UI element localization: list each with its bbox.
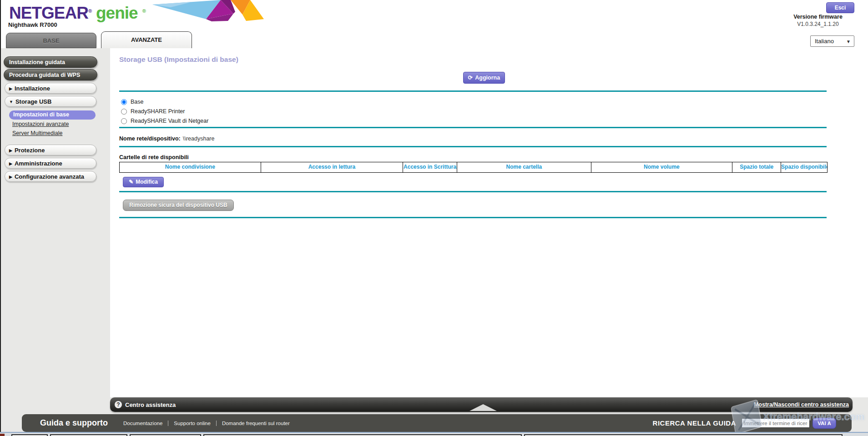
divider-rule <box>119 191 827 192</box>
firmware-version: V1.0.3.24_1.1.20 <box>782 21 854 27</box>
sidebar-subitem-impostazioni-di-base[interactable]: Impostazioni di base <box>9 110 96 120</box>
radio-readyshare-printer[interactable] <box>121 109 127 115</box>
sidebar-item-installazione-guidata[interactable]: Installazione guidata <box>4 56 97 68</box>
footer-title: Guida e supporto <box>40 418 108 428</box>
network-folders-table: Nome condivisione Accesso in lettura Acc… <box>119 162 828 173</box>
refresh-icon: ⟳ <box>468 75 473 81</box>
device-name: Nighthawk R7000 <box>8 21 57 28</box>
radio-label: Base <box>131 99 144 105</box>
collapsed-arrow-icon: ▶ <box>9 175 12 179</box>
refresh-button-label: Aggiorna <box>475 75 500 81</box>
table-caption: Cartelle di rete disponibili <box>119 154 189 160</box>
logo-netgear: NETGEAR <box>9 4 88 22</box>
network-name-label: Nome rete/dispositivo: <box>119 135 181 142</box>
column-header-accesso-lettura: Accesso in lettura <box>261 162 404 172</box>
sidebar-item-protezione[interactable]: ▶Protezione <box>5 145 96 155</box>
column-header-nome-cartella: Nome cartella <box>457 162 591 172</box>
firmware-label: Versione firmware <box>782 14 854 20</box>
column-header-nome-condivisione: Nome condivisione <box>120 162 261 172</box>
tab-avanzate[interactable]: AVANZATE <box>101 31 192 48</box>
refresh-button[interactable]: ⟳Aggiorna <box>463 72 505 84</box>
bottom-strip-box <box>130 434 201 436</box>
sidebar-item-storage-usb[interactable]: ▼Storage USB <box>5 96 96 107</box>
language-select[interactable]: Italiano ▼ <box>810 35 854 47</box>
sidebar-item-label: Amministrazione <box>15 160 62 167</box>
safe-remove-usb-button[interactable]: Rimozione sicura del dispositivo USB <box>123 200 234 211</box>
radio-base[interactable] <box>121 99 127 105</box>
registered-mark: ® <box>88 8 91 14</box>
netgear-genie-window: NETGEAR®genie® Nighthawk R7000 Esci Vers… <box>0 0 868 436</box>
help-center-bar: ? Centro assistenza Mostra/Nascondi cent… <box>110 397 853 412</box>
registered-mark: ® <box>142 8 146 14</box>
radio-label: ReadySHARE Vault di Netgear <box>131 118 208 124</box>
radio-readyshare-vault[interactable] <box>121 118 127 124</box>
footer-link-documentazione[interactable]: Documentazione <box>118 421 168 426</box>
divider-rule <box>119 146 827 147</box>
footer-bar: Guida e supporto Documentazione Supporto… <box>22 414 852 432</box>
footer-link-supporto-online[interactable]: Supporto online <box>168 421 216 426</box>
firmware-info: Versione firmware V1.0.3.24_1.1.20 <box>782 14 854 27</box>
radio-option-readyshare-vault[interactable]: ReadySHARE Vault di Netgear <box>121 117 208 125</box>
sidebar-item-amministrazione[interactable]: ▶Amministrazione <box>5 158 96 169</box>
modify-button[interactable]: ✎Modifica <box>123 177 164 187</box>
column-header-spazio-disponibile: Spazio disponibile <box>781 162 827 172</box>
collapsed-arrow-icon: ▶ <box>9 86 12 91</box>
sidebar-item-procedura-wps[interactable]: Procedura guidata di WPS <box>4 69 97 80</box>
search-label: RICERCA NELLA GUIDA <box>653 419 736 427</box>
footer-links: Documentazione Supporto online Domande f… <box>118 421 295 426</box>
page-title: Storage USB (Impostazioni di base) <box>119 55 238 64</box>
sidebar-item-installazione[interactable]: ▶Installazione <box>5 83 96 94</box>
sidebar-item-label: Installazione <box>15 85 50 92</box>
sidebar-item-configurazione-avanzata[interactable]: ▶Configurazione avanzata <box>5 171 96 182</box>
search-go-button[interactable]: VAI A <box>812 418 836 429</box>
network-name-value: \\readyshare <box>183 135 214 142</box>
logout-button[interactable]: Esci <box>826 2 854 13</box>
column-header-nome-volume: Nome volume <box>591 162 733 172</box>
footer-link-domande-frequenti[interactable]: Domande frequenti sul router <box>216 421 295 426</box>
divider-rule <box>119 127 827 128</box>
bottom-strip-fragment <box>0 434 5 436</box>
collapsed-arrow-icon: ▶ <box>9 148 12 153</box>
column-header-spazio-totale: Spazio totale <box>732 162 781 172</box>
sidebar-item-label: Storage USB <box>15 98 51 105</box>
help-search-input[interactable] <box>742 418 810 428</box>
help-toggle-link[interactable]: Mostra/Nascondi centro assistenza <box>754 401 849 408</box>
radio-option-readyshare-printer[interactable]: ReadySHARE Printer <box>121 108 185 115</box>
window-left-edge <box>0 0 1 436</box>
bottom-strip-box <box>203 434 522 436</box>
modify-button-label: Modifica <box>136 179 158 185</box>
divider-rule <box>119 217 827 218</box>
netgear-genie-logo: NETGEAR®genie® <box>9 4 146 23</box>
tab-base[interactable]: BASE <box>6 33 96 48</box>
footer-search: RICERCA NELLA GUIDA VAI A <box>653 418 836 429</box>
help-question-icon: ? <box>115 401 122 408</box>
sidebar-subitem-server-multimediale[interactable]: Server Multimediale <box>12 130 62 136</box>
expanded-arrow-icon: ▼ <box>9 100 13 104</box>
collapsed-arrow-icon: ▶ <box>9 161 12 166</box>
chevron-down-icon: ▼ <box>846 36 851 47</box>
divider-rule <box>119 90 827 92</box>
bottom-cutoff-strip <box>0 432 868 436</box>
help-center-label: Centro assistenza <box>125 401 176 408</box>
help-collapse-arrow-icon[interactable] <box>469 404 497 411</box>
bottom-strip-box <box>50 434 127 436</box>
column-header-accesso-scrittura: Accesso in Scrittura <box>403 162 457 172</box>
bottom-strip-box <box>524 434 843 436</box>
edit-pencil-icon: ✎ <box>129 179 133 185</box>
sidebar-subitem-impostazioni-avanzate[interactable]: Impostazioni avanzate <box>12 121 69 127</box>
radio-option-base[interactable]: Base <box>121 98 144 105</box>
sidebar-item-label: Protezione <box>15 147 45 154</box>
logo-genie: genie <box>96 4 138 22</box>
language-selected-value: Italiano <box>815 38 834 45</box>
ribbon-graphic <box>152 0 264 22</box>
sidebar-item-label: Configurazione avanzata <box>15 173 84 180</box>
radio-label: ReadySHARE Printer <box>131 108 185 115</box>
content-panel <box>110 48 868 397</box>
bottom-strip-box <box>11 434 48 436</box>
